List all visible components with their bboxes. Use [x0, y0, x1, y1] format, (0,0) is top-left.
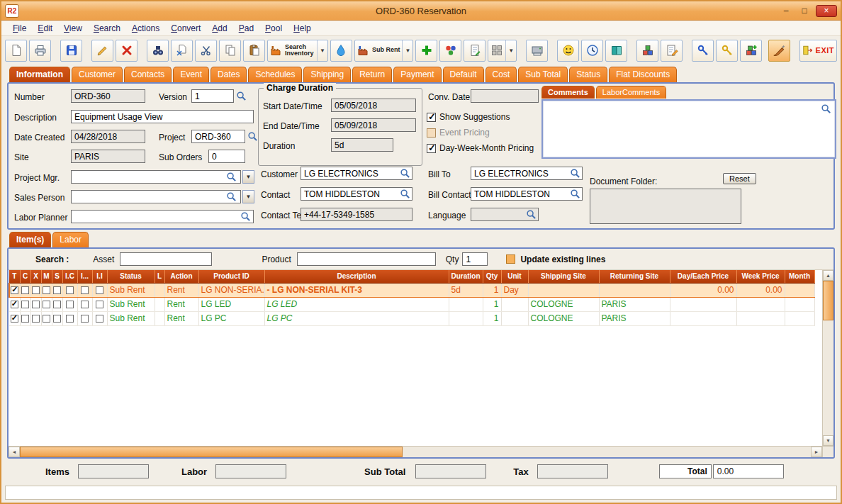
project-field[interactable] [191, 130, 245, 143]
menu-actions[interactable]: Actions [126, 22, 165, 35]
row-checkbox[interactable] [21, 286, 29, 294]
labor-planner-lookup-button[interactable] [240, 211, 252, 223]
tab-cost[interactable]: Cost [485, 67, 517, 82]
tab-dates[interactable]: Dates [211, 67, 247, 82]
tab-event[interactable]: Event [173, 67, 209, 82]
show-suggestions-checkbox[interactable] [427, 113, 436, 122]
scroll-right-arrow[interactable]: ► [811, 447, 822, 457]
site-field[interactable] [71, 150, 145, 163]
project-mgr-dropdown-button[interactable]: ▼ [242, 170, 254, 184]
version-field[interactable] [191, 89, 234, 103]
print-button[interactable] [29, 40, 51, 62]
date-created-field[interactable] [71, 130, 145, 143]
row-checkbox[interactable] [53, 301, 61, 308]
close-button[interactable]: × [816, 5, 837, 17]
col-c[interactable]: C [20, 270, 30, 283]
menu-help[interactable]: Help [288, 22, 317, 35]
menu-edit[interactable]: Edit [32, 22, 58, 35]
tab-status[interactable]: Status [569, 67, 607, 82]
pool-button[interactable] [439, 40, 461, 62]
number-field[interactable] [71, 89, 145, 103]
language-lookup-button[interactable] [525, 208, 537, 220]
delete-button[interactable] [116, 40, 137, 62]
row-checkbox[interactable] [21, 301, 29, 308]
tab-schedules[interactable]: Schedules [248, 67, 302, 82]
document-folder-box[interactable] [590, 189, 741, 224]
menu-add[interactable]: Add [206, 22, 232, 35]
tab-information[interactable]: Information [9, 67, 70, 82]
labor-total-field[interactable] [215, 464, 286, 478]
start-date-field[interactable] [331, 99, 416, 112]
copy-machine-button[interactable] [526, 40, 548, 62]
edit-notes-button[interactable] [661, 40, 683, 62]
sales-person-dropdown-button[interactable]: ▼ [242, 190, 254, 203]
cut-button[interactable] [195, 40, 217, 62]
bill-contact-field[interactable] [471, 187, 583, 201]
sales-person-lookup-button[interactable] [225, 191, 237, 203]
row-checkbox[interactable] [43, 315, 50, 323]
pad-button[interactable]: ▼ [488, 40, 517, 62]
col-status[interactable]: Status [107, 270, 155, 283]
day-week-month-checkbox[interactable] [427, 144, 436, 153]
col-shipping-site[interactable]: Shipping Site [528, 270, 599, 283]
paste-button[interactable] [243, 40, 265, 62]
note-button[interactable] [464, 40, 485, 62]
menu-file[interactable]: File [7, 22, 32, 35]
chevron-down-icon[interactable]: ▼ [505, 40, 514, 61]
comments-lookup-button[interactable] [820, 103, 832, 115]
contact-field[interactable] [301, 187, 412, 201]
customer-field[interactable] [301, 167, 412, 180]
vertical-scroll-thumb[interactable] [823, 281, 833, 320]
bill-to-field[interactable] [471, 167, 583, 180]
col-week-price[interactable]: Week Price [736, 270, 785, 283]
col-returning-site[interactable]: Returning Site [599, 270, 670, 283]
save-button[interactable] [60, 40, 82, 62]
row-checkbox[interactable] [53, 286, 61, 294]
tax-field[interactable] [537, 464, 608, 478]
comments-textarea[interactable] [541, 99, 836, 159]
row-checkbox[interactable] [81, 301, 89, 308]
row-checkbox[interactable] [43, 286, 50, 294]
tab-sub-total[interactable]: Sub Total [518, 67, 568, 82]
col-m[interactable]: M [41, 270, 52, 283]
row-checkbox[interactable] [66, 315, 74, 323]
row-checkbox[interactable] [53, 315, 61, 323]
schedule-button[interactable] [581, 40, 603, 62]
new-document-button[interactable] [5, 40, 27, 62]
menu-convert[interactable]: Convert [165, 22, 206, 35]
total-field[interactable]: 0.00 [713, 464, 784, 478]
row-checkbox[interactable] [66, 286, 74, 294]
event-pricing-checkbox[interactable] [427, 128, 436, 138]
menu-pad[interactable]: Pad [233, 22, 259, 35]
row-checkbox[interactable] [21, 315, 29, 323]
row-checkbox[interactable] [81, 286, 89, 294]
asset-search-input[interactable] [120, 252, 212, 266]
row-checkbox[interactable] [96, 301, 103, 308]
project-lookup-button[interactable] [247, 130, 259, 142]
scroll-down-arrow[interactable]: ▼ [823, 435, 833, 446]
project-mgr-lookup-button[interactable] [225, 171, 237, 183]
col-action[interactable]: Action [164, 270, 198, 283]
description-field[interactable] [71, 110, 254, 123]
tab-labor-comments[interactable]: LaborComments [596, 86, 666, 99]
chevron-down-icon[interactable]: ▼ [317, 40, 325, 61]
smiley-button[interactable] [557, 40, 579, 62]
tab-default[interactable]: Default [443, 67, 484, 82]
duration-field[interactable] [331, 138, 393, 152]
vertical-scrollbar[interactable]: ▲ ▼ [822, 270, 833, 446]
row-checkbox[interactable] [32, 301, 40, 308]
version-lookup-button[interactable] [235, 90, 247, 102]
col-s[interactable]: S [52, 270, 62, 283]
inventory-cubes-button[interactable] [636, 40, 658, 62]
add-item-button[interactable] [415, 40, 437, 62]
tab-flat-discounts[interactable]: Flat Discounts [609, 67, 677, 82]
col-t[interactable]: T [9, 270, 20, 283]
copy-button[interactable] [219, 40, 241, 62]
sub-total-field[interactable] [415, 464, 486, 478]
find-button[interactable] [147, 40, 169, 62]
contact-tel-field[interactable] [301, 208, 412, 221]
row-checkbox[interactable] [43, 301, 50, 308]
tab-shipping[interactable]: Shipping [303, 67, 351, 82]
col-day-each-price[interactable]: Day/Each Price [670, 270, 736, 283]
project-mgr-field[interactable] [71, 170, 241, 184]
